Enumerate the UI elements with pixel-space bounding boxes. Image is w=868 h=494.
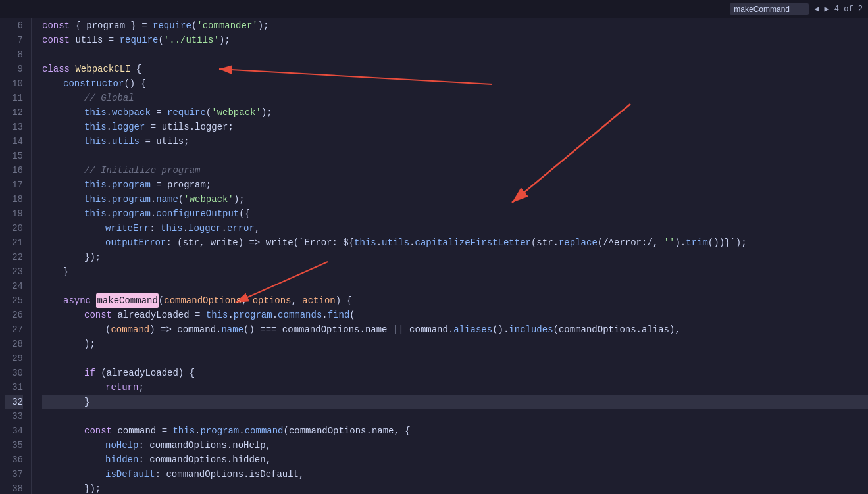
code-line-21: outputError: (str, write) => write(`Erro… [42, 235, 868, 250]
line-num-32: 32 [5, 395, 23, 409]
code-line-20: writeErr: this.logger.error, [42, 221, 868, 235]
search-position: 4 of 2 [834, 5, 863, 14]
code-line-29 [42, 351, 868, 366]
line-num-27: 27 [5, 322, 23, 337]
code-line-18: this.program.name('webpack'); [42, 192, 868, 207]
top-bar: ◀ ▶ 4 of 2 [0, 0, 868, 18]
code-area: 6 7 8 9 10 11 12 13 14 15 16 17 18 19 20… [0, 18, 868, 494]
line-num-29: 29 [5, 351, 23, 366]
code-line-27: (command) => command.name() === commandO… [42, 322, 868, 337]
code-line-9: class WebpackCLI { [42, 62, 868, 76]
search-input[interactable] [730, 3, 809, 15]
code-line-8 [42, 47, 868, 62]
code-content: const { program } = require('commander')… [32, 18, 868, 494]
line-num-18: 18 [5, 192, 23, 207]
line-num-22: 22 [5, 250, 23, 264]
line-num-8: 8 [5, 47, 23, 62]
line-num-13: 13 [5, 120, 23, 134]
code-line-17: this.program = program; [42, 178, 868, 192]
line-num-7: 7 [5, 33, 23, 47]
line-num-26: 26 [5, 308, 23, 322]
line-num-35: 35 [5, 438, 23, 453]
line-num-34: 34 [5, 424, 23, 438]
code-line-26: const alreadyLoaded = this.program.comma… [42, 308, 868, 322]
code-line-34: const command = this.program.command(com… [42, 424, 868, 438]
code-line-13: this.logger = utils.logger; [42, 120, 868, 134]
code-line-15 [42, 149, 868, 163]
code-line-16: // Initialize program [42, 163, 868, 178]
line-num-36: 36 [5, 453, 23, 467]
code-line-36: hidden: commandOptions.hidden, [42, 453, 868, 467]
nav-next-button[interactable]: ▶ [825, 4, 829, 14]
line-num-9: 9 [5, 62, 23, 76]
line-num-10: 10 [5, 76, 23, 91]
code-line-12: this.webpack = require('webpack'); [42, 105, 868, 120]
editor-container: ◀ ▶ 4 of 2 6 7 8 9 10 11 12 13 14 15 16 … [0, 0, 868, 494]
code-line-14: this.utils = utils; [42, 134, 868, 149]
line-num-15: 15 [5, 149, 23, 163]
line-num-20: 20 [5, 221, 23, 235]
line-num-11: 11 [5, 91, 23, 105]
line-num-38: 38 [5, 482, 23, 494]
code-line-33 [42, 409, 868, 424]
line-num-21: 21 [5, 235, 23, 250]
top-bar-right: ◀ ▶ 4 of 2 [730, 3, 863, 15]
line-num-17: 17 [5, 178, 23, 192]
code-line-7: const utils = require('../utils'); [42, 33, 868, 47]
code-line-6: const { program } = require('commander')… [42, 18, 868, 33]
code-line-11: // Global [42, 91, 868, 105]
code-line-24 [42, 279, 868, 293]
code-line-37: isDefault: commandOptions.isDefault, [42, 467, 868, 482]
code-line-31: return; [42, 380, 868, 395]
code-line-28: ); [42, 337, 868, 351]
line-num-31: 31 [5, 380, 23, 395]
line-num-25: 25 [5, 293, 23, 308]
code-line-30: if (alreadyLoaded) { [42, 366, 868, 380]
line-num-6: 6 [5, 18, 23, 33]
line-num-14: 14 [5, 134, 23, 149]
code-line-23: } [42, 264, 868, 279]
line-num-23: 23 [5, 264, 23, 279]
nav-prev-button[interactable]: ◀ [814, 4, 819, 14]
code-line-22: }); [42, 250, 868, 264]
line-num-33: 33 [5, 409, 23, 424]
code-line-35: noHelp: commandOptions.noHelp, [42, 438, 868, 453]
line-numbers: 6 7 8 9 10 11 12 13 14 15 16 17 18 19 20… [0, 18, 32, 494]
line-num-28: 28 [5, 337, 23, 351]
line-num-24: 24 [5, 279, 23, 293]
line-num-19: 19 [5, 207, 23, 221]
line-num-30: 30 [5, 366, 23, 380]
line-num-12: 12 [5, 105, 23, 120]
code-line-25: async makeCommand(commandOptions, option… [42, 293, 868, 308]
code-line-38: }); [42, 482, 868, 494]
code-line-32: } [42, 395, 868, 409]
line-num-37: 37 [5, 467, 23, 482]
code-line-10: constructor() { [42, 76, 868, 91]
code-line-19: this.program.configureOutput({ [42, 207, 868, 221]
line-num-16: 16 [5, 163, 23, 178]
